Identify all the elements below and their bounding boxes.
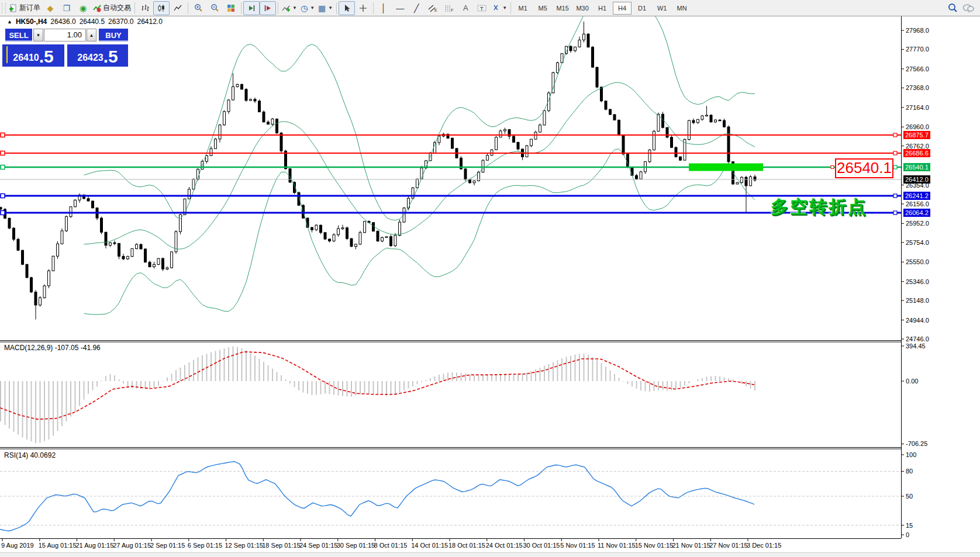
tile-windows-button[interactable] (223, 1, 239, 15)
zoom-out-button[interactable] (206, 1, 223, 15)
line-chart-button[interactable] (170, 1, 186, 15)
line-handle[interactable] (1, 151, 5, 155)
line-handle[interactable] (893, 133, 897, 137)
template-icon: ▦ (318, 4, 326, 12)
main-toolbar: 新订单 ◆ ❐ ◉ 自动交易 ▼ ◷▼ ▦▼ │ — ╱ E F A T (0, 0, 980, 16)
svg-text:E: E (434, 8, 437, 12)
tf-button-H1[interactable]: H1 (593, 2, 612, 15)
rsi-label: RSI(14) 40.0692 (4, 451, 56, 459)
bar-chart-button[interactable] (137, 1, 153, 15)
time-axis-label: 18 Oct 01:15 (448, 542, 485, 549)
time-axis-label: 27 Aug 01:15 (113, 542, 151, 549)
line-handle[interactable] (893, 211, 897, 215)
text-tool[interactable]: A (457, 1, 474, 15)
quote-low: 26370.0 (108, 18, 133, 26)
arrows-tool[interactable]: ▼ (490, 1, 509, 15)
price-tick: 27566.0 (906, 65, 929, 73)
vertical-line-tool[interactable]: │ (375, 1, 392, 15)
svg-text:F: F (451, 8, 453, 12)
signals-button[interactable]: ◉ (75, 1, 91, 15)
candlestick-chart-button[interactable] (153, 1, 170, 15)
sell-price-frac: .5 (39, 48, 54, 65)
bull-bear-turning-point-annotation[interactable]: 多空转折点 (771, 195, 867, 219)
tf-button-D1[interactable]: D1 (633, 2, 651, 15)
time-axis-label: 15 Nov 01:15 (635, 542, 673, 549)
timeframe-toolbar: M1M5M15M30H1H4D1W1MN (513, 2, 692, 15)
fibonacci-icon: F (444, 4, 454, 12)
styles-icon: ◆ (47, 4, 54, 12)
volume-input[interactable]: 1.00 (44, 29, 86, 41)
line-handle[interactable] (893, 151, 897, 155)
line-handle[interactable] (1, 133, 5, 137)
horizontal-line-tool[interactable]: — (392, 1, 408, 15)
label-anchor-handle[interactable] (831, 166, 834, 169)
price-tick: 25754.0 (906, 239, 929, 247)
crosshair-icon (359, 4, 367, 12)
highlight-zone-rect[interactable] (689, 164, 763, 171)
tf-button-M5[interactable]: M5 (533, 2, 552, 15)
cursor-button[interactable] (339, 1, 355, 15)
rsi-axis-tick: 15 (906, 522, 913, 530)
search-icon[interactable] (948, 3, 958, 13)
line-price-label: 26875.7 (903, 131, 930, 139)
panel-separator[interactable] (0, 447, 901, 447)
line-handle[interactable] (893, 194, 897, 198)
market-watch-button[interactable]: ❐ (58, 1, 75, 15)
zoom-in-button[interactable] (190, 1, 206, 15)
time-axis: 9 Aug 201915 Aug 01:1521 Aug 01:1527 Aug… (0, 542, 903, 552)
quote-header: ▲ HK50-,H4 26436.0 26440.5 26370.0 26412… (7, 18, 163, 26)
templates-button[interactable]: ▦▼ (316, 1, 334, 15)
chart-shift-button[interactable] (260, 1, 276, 15)
rsi-axis-tick: 50 (906, 493, 913, 500)
new-order-label: 新订单 (19, 3, 40, 13)
bar-chart-icon (141, 4, 149, 12)
horizontal-line-icon: — (396, 4, 404, 12)
periods-button[interactable]: ◷▼ (299, 1, 316, 15)
tf-button-M1[interactable]: M1 (513, 2, 532, 15)
buy-button[interactable]: BUY (99, 29, 128, 41)
auto-scroll-button[interactable] (243, 1, 260, 15)
sell-price-button[interactable]: 26410.5 (2, 44, 64, 67)
line-handle[interactable] (1, 165, 5, 169)
price-tick: 25952.0 (906, 220, 929, 227)
volume-decrease-button[interactable]: ▼ (33, 29, 43, 41)
tf-button-M30[interactable]: M30 (573, 2, 592, 15)
tf-button-M15[interactable]: M15 (553, 2, 572, 15)
trendline-tool[interactable]: ╱ (408, 1, 425, 15)
volume-increase-button[interactable]: ▲ (87, 29, 96, 41)
label-icon: T (477, 4, 486, 12)
buy-price-button[interactable]: 26423.5 (67, 44, 128, 67)
quote-high: 26440.5 (80, 18, 105, 26)
tf-button-MN[interactable]: MN (672, 2, 691, 15)
price-tick: 27164.0 (906, 104, 929, 112)
line-handle[interactable] (1, 210, 5, 215)
time-axis-label: 6 Sep 01:15 (188, 542, 222, 549)
label-tool[interactable]: T (474, 1, 490, 15)
price-level-label-box[interactable]: 26540.1 (835, 158, 893, 178)
tf-button-H4[interactable]: H4 (613, 2, 632, 15)
panel-separator[interactable] (0, 340, 901, 340)
line-price-label: 26241.2 (903, 192, 930, 200)
buy-price-main: 26423 (77, 50, 103, 65)
channel-tool[interactable]: E (425, 1, 441, 15)
macd-axis-tick: -706.25 (906, 440, 927, 448)
chat-icon[interactable] (962, 4, 974, 13)
sell-price-main: 26410 (13, 50, 39, 65)
line-handle[interactable] (893, 165, 897, 169)
chart-canvas[interactable] (0, 0, 980, 557)
text-icon: A (463, 4, 468, 12)
line-handle[interactable] (1, 193, 5, 198)
crosshair-button[interactable] (355, 1, 371, 15)
toolbar-grip[interactable] (2, 3, 6, 13)
zoom-out-icon (211, 4, 219, 12)
sell-button[interactable]: SELL (5, 29, 32, 41)
channel-icon: E (428, 4, 437, 12)
auto-trading-button[interactable]: 自动交易 (91, 1, 133, 15)
new-order-button[interactable]: 新订单 (8, 1, 42, 15)
fibonacci-tool[interactable]: F (441, 1, 457, 15)
tf-button-W1[interactable]: W1 (653, 2, 671, 15)
macd-axis-tick: 394.45 (906, 342, 926, 350)
collapse-icon[interactable]: ▲ (7, 19, 12, 25)
indicators-button[interactable]: ▼ (280, 1, 299, 15)
styles-button[interactable]: ◆ (42, 1, 58, 15)
